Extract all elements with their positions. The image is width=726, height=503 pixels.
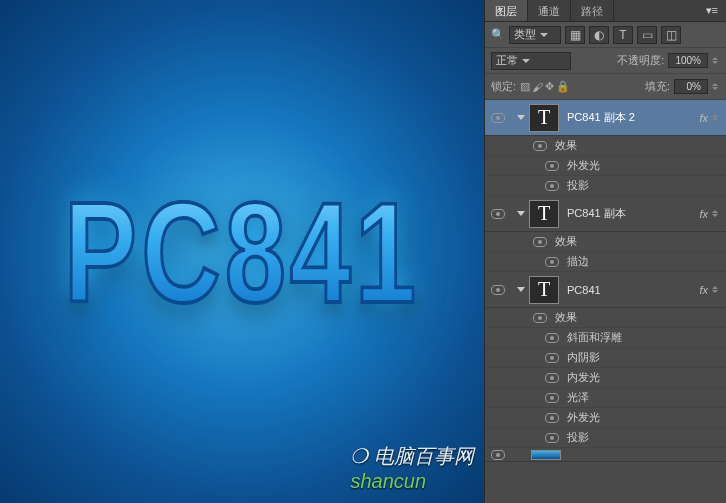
effect-item[interactable]: 光泽 <box>485 388 726 408</box>
blend-row: 正常 不透明度: 100% <box>485 48 726 74</box>
layer-row[interactable]: T PC841 fx <box>485 272 726 308</box>
twisty-icon[interactable] <box>517 115 525 120</box>
filter-row: 🔍 类型 ▦ ◐ T ▭ ◫ <box>485 22 726 48</box>
fill-label: 填充: <box>645 79 670 94</box>
tab-paths[interactable]: 路径 <box>571 0 614 21</box>
effect-item[interactable]: 投影 <box>485 428 726 448</box>
effect-item[interactable]: 投影 <box>485 176 726 196</box>
tab-channels[interactable]: 通道 <box>528 0 571 21</box>
fx-stepper[interactable] <box>712 286 720 293</box>
filter-smart-icon[interactable]: ◫ <box>661 26 681 44</box>
effect-item[interactable]: 描边 <box>485 252 726 272</box>
layer-name: PC841 副本 <box>567 206 699 221</box>
effect-name: 外发光 <box>567 158 600 173</box>
fx-badge: fx <box>699 112 708 124</box>
effects-label: 效果 <box>555 138 577 153</box>
twisty-icon[interactable] <box>517 211 525 216</box>
eye-icon[interactable] <box>545 413 559 423</box>
effect-item[interactable]: 外发光 <box>485 408 726 428</box>
eye-icon[interactable] <box>491 209 505 219</box>
opacity-stepper[interactable] <box>712 57 720 64</box>
effect-name: 投影 <box>567 430 589 445</box>
effects-header[interactable]: 效果 <box>485 136 726 156</box>
lock-label: 锁定: <box>491 79 516 94</box>
filter-kind-dropdown[interactable]: 类型 <box>509 26 561 44</box>
effects-header[interactable]: 效果 <box>485 232 726 252</box>
twisty-icon[interactable] <box>517 287 525 292</box>
effect-item[interactable]: 外发光 <box>485 156 726 176</box>
eye-icon[interactable] <box>491 450 505 460</box>
panel-menu-icon[interactable]: ▾≡ <box>698 0 726 21</box>
type-thumb-icon: T <box>529 200 559 228</box>
chevron-down-icon <box>540 33 548 37</box>
fx-badge: fx <box>699 208 708 220</box>
effect-item[interactable]: 斜面和浮雕 <box>485 328 726 348</box>
eye-icon[interactable] <box>545 393 559 403</box>
effect-item[interactable]: 内发光 <box>485 368 726 388</box>
styled-text: PC841 <box>64 169 420 334</box>
lock-position-icon[interactable]: ✥ <box>545 80 554 93</box>
layer-name: PC841 副本 2 <box>567 110 699 125</box>
effects-label: 效果 <box>555 310 577 325</box>
fill-stepper[interactable] <box>712 83 720 90</box>
type-thumb-icon: T <box>529 104 559 132</box>
filter-adjust-icon[interactable]: ◐ <box>589 26 609 44</box>
chevron-down-icon <box>522 59 530 63</box>
eye-icon[interactable] <box>545 181 559 191</box>
opacity-label: 不透明度: <box>617 53 664 68</box>
eye-icon[interactable] <box>545 257 559 267</box>
eye-icon[interactable] <box>545 373 559 383</box>
fill-value[interactable]: 0% <box>674 79 708 94</box>
layer-row[interactable] <box>485 448 726 462</box>
blend-mode-dropdown[interactable]: 正常 <box>491 52 571 70</box>
layer-thumb <box>531 450 561 460</box>
effect-name: 光泽 <box>567 390 589 405</box>
layers-panel: 图层 通道 路径 ▾≡ 🔍 类型 ▦ ◐ T ▭ ◫ 正常 不透明度: 100%… <box>484 0 726 503</box>
effect-name: 外发光 <box>567 410 600 425</box>
panel-tabs: 图层 通道 路径 ▾≡ <box>485 0 726 22</box>
filter-pixel-icon[interactable]: ▦ <box>565 26 585 44</box>
layers-list: T PC841 副本 2 fx 效果 外发光 投影 T PC841 副本 fx … <box>485 100 726 503</box>
layer-row[interactable]: T PC841 副本 2 fx <box>485 100 726 136</box>
eye-icon[interactable] <box>545 433 559 443</box>
effects-header[interactable]: 效果 <box>485 308 726 328</box>
effect-name: 斜面和浮雕 <box>567 330 622 345</box>
fx-stepper[interactable] <box>712 114 720 121</box>
effect-item[interactable]: 内阴影 <box>485 348 726 368</box>
fx-stepper[interactable] <box>712 210 720 217</box>
eye-icon[interactable] <box>545 353 559 363</box>
eye-icon[interactable] <box>533 237 547 247</box>
lock-transparent-icon[interactable]: ▨ <box>520 80 530 93</box>
effect-name: 内发光 <box>567 370 600 385</box>
eye-icon[interactable] <box>491 285 505 295</box>
canvas-area[interactable]: PC841 ❍ 电脑百事网 shancun <box>0 0 484 503</box>
effect-name: 内阴影 <box>567 350 600 365</box>
layer-row[interactable]: T PC841 副本 fx <box>485 196 726 232</box>
filter-type-icon[interactable]: T <box>613 26 633 44</box>
eye-icon[interactable] <box>491 113 505 123</box>
eye-icon[interactable] <box>533 313 547 323</box>
eye-icon[interactable] <box>533 141 547 151</box>
lock-all-icon[interactable]: 🔒 <box>556 80 570 93</box>
tab-layers[interactable]: 图层 <box>485 0 528 21</box>
watermark: ❍ 电脑百事网 shancun <box>350 443 474 493</box>
eye-icon[interactable] <box>545 333 559 343</box>
type-thumb-icon: T <box>529 276 559 304</box>
layer-name: PC841 <box>567 284 699 296</box>
effect-name: 投影 <box>567 178 589 193</box>
eye-icon[interactable] <box>545 161 559 171</box>
search-icon: 🔍 <box>491 28 505 41</box>
opacity-value[interactable]: 100% <box>668 53 708 68</box>
lock-row: 锁定: ▨ 🖌 ✥ 🔒 填充: 0% <box>485 74 726 100</box>
filter-shape-icon[interactable]: ▭ <box>637 26 657 44</box>
lock-paint-icon[interactable]: 🖌 <box>532 81 543 93</box>
effect-name: 描边 <box>567 254 589 269</box>
effects-label: 效果 <box>555 234 577 249</box>
fx-badge: fx <box>699 284 708 296</box>
